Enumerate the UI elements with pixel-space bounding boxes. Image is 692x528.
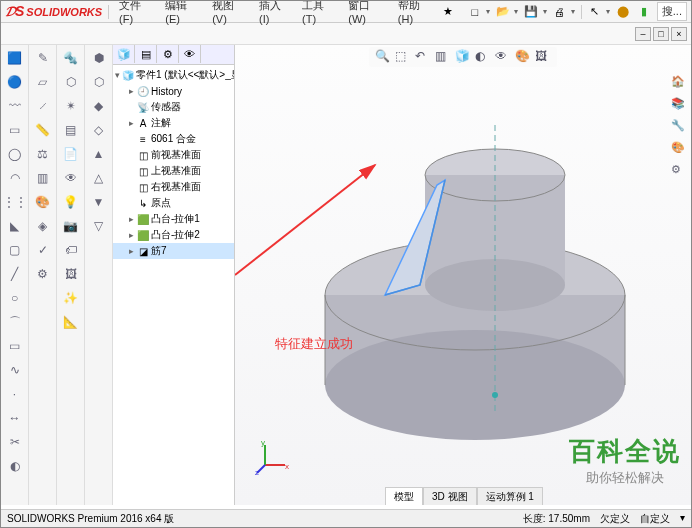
menu-tools[interactable]: 工具(T) bbox=[298, 0, 338, 27]
tree-tab-display[interactable]: 👁 bbox=[179, 45, 201, 63]
tree-tab-property[interactable]: ▤ bbox=[135, 45, 157, 63]
hide-show-icon[interactable]: 👁 bbox=[495, 49, 511, 65]
tool-e-icon[interactable]: ▲ bbox=[90, 145, 108, 163]
extrude-icon[interactable]: 🟦 bbox=[6, 49, 24, 67]
appear3-icon[interactable]: 🎨 bbox=[671, 141, 687, 157]
status-custom[interactable]: 自定义 bbox=[640, 512, 670, 526]
zoom-fit-icon[interactable]: 🔍 bbox=[375, 49, 391, 65]
scene2-icon[interactable]: 🖼 bbox=[535, 49, 551, 65]
view2-icon[interactable]: 👁 bbox=[62, 169, 80, 187]
section-icon[interactable]: ▥ bbox=[34, 169, 52, 187]
prev-view-icon[interactable]: ↶ bbox=[415, 49, 431, 65]
tree-item-extrude1[interactable]: ▸🟩凸台-拉伸1 bbox=[113, 211, 234, 227]
camera-icon[interactable]: 📷 bbox=[62, 217, 80, 235]
feature-tree[interactable]: ▾ 🧊 零件1 (默认<<默认>_显 ▸🕘History 📡传感器 ▸A注解 ≡… bbox=[113, 65, 234, 505]
maximize-button[interactable]: □ bbox=[653, 27, 669, 41]
menu-file[interactable]: 文件(F) bbox=[115, 0, 155, 27]
arc-icon[interactable]: ⌒ bbox=[6, 313, 24, 331]
tree-item-right-plane[interactable]: ◫右视基准面 bbox=[113, 179, 234, 195]
mirror-icon[interactable]: ◐ bbox=[6, 457, 24, 475]
tree-item-annotations[interactable]: ▸A注解 bbox=[113, 115, 234, 131]
tool-f-icon[interactable]: △ bbox=[90, 169, 108, 187]
tree-item-front-plane[interactable]: ◫前视基准面 bbox=[113, 147, 234, 163]
menu-edit[interactable]: 编辑(E) bbox=[161, 0, 202, 27]
new-icon[interactable]: □ bbox=[468, 4, 482, 20]
pattern-icon[interactable]: ⋮⋮ bbox=[6, 193, 24, 211]
tab-model[interactable]: 模型 bbox=[385, 487, 423, 505]
view-orient-icon[interactable]: 🧊 bbox=[455, 49, 471, 65]
scene-icon[interactable]: 🖼 bbox=[62, 265, 80, 283]
spline-icon[interactable]: ∿ bbox=[6, 361, 24, 379]
lib-icon[interactable]: 📚 bbox=[671, 97, 687, 113]
hole-icon[interactable]: ◯ bbox=[6, 145, 24, 163]
line-icon[interactable]: ╱ bbox=[6, 265, 24, 283]
drawing-icon[interactable]: 📄 bbox=[62, 145, 80, 163]
measure-icon[interactable]: 📏 bbox=[34, 121, 52, 139]
options-icon[interactable]: ⬤ bbox=[616, 4, 630, 20]
custom-icon[interactable]: ⚙ bbox=[671, 163, 687, 179]
sweep-icon[interactable]: 〰 bbox=[6, 97, 24, 115]
tree-item-origin[interactable]: ↳原点 bbox=[113, 195, 234, 211]
circle-icon[interactable]: ○ bbox=[6, 289, 24, 307]
tool-a-icon[interactable]: ⬢ bbox=[90, 49, 108, 67]
render-icon[interactable]: ✨ bbox=[62, 289, 80, 307]
section-view-icon[interactable]: ▥ bbox=[435, 49, 451, 65]
tree-item-history[interactable]: ▸🕘History bbox=[113, 83, 234, 99]
menu-help[interactable]: 帮助(H) bbox=[394, 0, 435, 27]
assy-icon[interactable]: 🔩 bbox=[62, 49, 80, 67]
menu-insert[interactable]: 插入(I) bbox=[255, 0, 292, 27]
prop-icon[interactable]: 🔧 bbox=[671, 119, 687, 135]
mate-icon[interactable]: ⬡ bbox=[62, 73, 80, 91]
tool-h-icon[interactable]: ▽ bbox=[90, 217, 108, 235]
fillet-icon[interactable]: ◠ bbox=[6, 169, 24, 187]
search-box[interactable]: 搜... bbox=[657, 2, 687, 21]
tree-item-sensors[interactable]: 📡传感器 bbox=[113, 99, 234, 115]
dim-icon[interactable]: ↔ bbox=[6, 409, 24, 427]
open-icon[interactable]: 📂 bbox=[496, 4, 510, 20]
rib-icon[interactable]: ◣ bbox=[6, 217, 24, 235]
status-dropdown-icon[interactable]: ▾ bbox=[680, 512, 685, 526]
tree-item-rib7[interactable]: ▸◪筋7 bbox=[113, 243, 234, 259]
shell-icon[interactable]: ▢ bbox=[6, 241, 24, 259]
star-icon[interactable]: ★ bbox=[441, 4, 455, 20]
expand-icon[interactable]: ▾ bbox=[115, 70, 120, 80]
tool-c-icon[interactable]: ◆ bbox=[90, 97, 108, 115]
tool-d-icon[interactable]: ◇ bbox=[90, 121, 108, 139]
view-triad-icon[interactable]: x y z bbox=[255, 435, 295, 475]
home-icon[interactable]: 🏠 bbox=[671, 75, 687, 91]
tree-tab-config[interactable]: ⚙ bbox=[157, 45, 179, 63]
plane-icon[interactable]: ▱ bbox=[34, 73, 52, 91]
decal-icon[interactable]: 🏷 bbox=[62, 241, 80, 259]
bom-icon[interactable]: ▤ bbox=[62, 121, 80, 139]
ruler-icon[interactable]: 📐 bbox=[62, 313, 80, 331]
explode-icon[interactable]: ✴ bbox=[62, 97, 80, 115]
print-icon[interactable]: 🖨 bbox=[553, 4, 567, 20]
tree-item-extrude2[interactable]: ▸🟩凸台-拉伸2 bbox=[113, 227, 234, 243]
eval-icon[interactable]: ✓ bbox=[34, 241, 52, 259]
tree-item-material[interactable]: ≡6061 合金 bbox=[113, 131, 234, 147]
revolve-icon[interactable]: 🔵 bbox=[6, 73, 24, 91]
menu-view[interactable]: 视图(V) bbox=[208, 0, 249, 27]
rebuild-icon[interactable]: ▮ bbox=[636, 4, 650, 20]
config-icon[interactable]: ⚙ bbox=[34, 265, 52, 283]
sketch-icon[interactable]: ✎ bbox=[34, 49, 52, 67]
tab-motion[interactable]: 运动算例 1 bbox=[477, 487, 543, 505]
tab-3dview[interactable]: 3D 视图 bbox=[423, 487, 477, 505]
tree-root[interactable]: ▾ 🧊 零件1 (默认<<默认>_显 bbox=[113, 67, 234, 83]
light-icon[interactable]: 💡 bbox=[62, 193, 80, 211]
material-icon[interactable]: ◈ bbox=[34, 217, 52, 235]
tool-b-icon[interactable]: ⬡ bbox=[90, 73, 108, 91]
save-icon[interactable]: 💾 bbox=[524, 4, 538, 20]
viewport-3d[interactable]: 🔍 ⬚ ↶ ▥ 🧊 ◐ 👁 🎨 🖼 bbox=[235, 45, 691, 505]
cut-icon[interactable]: ▭ bbox=[6, 121, 24, 139]
point-icon[interactable]: · bbox=[6, 385, 24, 403]
appearance-icon[interactable]: 🎨 bbox=[34, 193, 52, 211]
appearance2-icon[interactable]: 🎨 bbox=[515, 49, 531, 65]
minimize-button[interactable]: – bbox=[635, 27, 651, 41]
cursor-icon[interactable]: ↖ bbox=[588, 4, 602, 20]
trim-icon[interactable]: ✂ bbox=[6, 433, 24, 451]
menu-window[interactable]: 窗口(W) bbox=[344, 0, 388, 27]
close-button[interactable]: × bbox=[671, 27, 687, 41]
part-3d-model[interactable] bbox=[285, 85, 645, 445]
tree-tab-feature[interactable]: 🧊 bbox=[113, 45, 135, 63]
